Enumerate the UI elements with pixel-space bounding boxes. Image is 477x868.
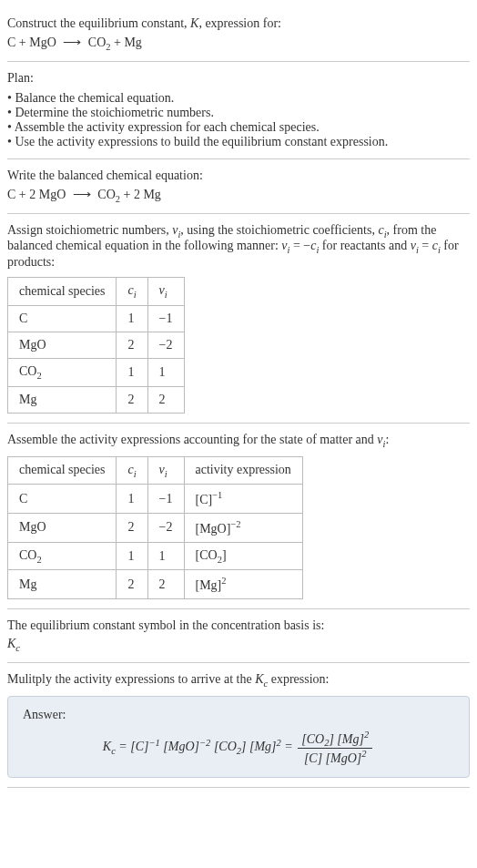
symbol-section: The equilibrium constant symbol in the c…	[7, 609, 470, 663]
cell-species: CO2	[8, 542, 117, 570]
stoich-intro: Assign stoichiometric numbers, νi, using…	[7, 223, 470, 271]
exp: −1	[149, 737, 160, 747]
beq-left: C + 2 MgO	[7, 188, 66, 201]
exp: −1	[212, 490, 222, 500]
cell-nu: 2	[147, 386, 184, 413]
table-row: C 1 −1	[8, 305, 185, 332]
table-row: C 1 −1 [C]−1	[8, 485, 303, 514]
balanced-title: Write the balanced chemical equation:	[7, 168, 470, 183]
cell-c: 2	[117, 386, 147, 413]
eq-left: C + MgO	[7, 36, 56, 49]
intro-text-b: , expression for:	[198, 16, 281, 30]
term: [MgO]	[160, 740, 199, 753]
th-c: ci	[117, 456, 147, 485]
term: [CO	[210, 740, 236, 753]
plan-item: • Balance the chemical equation.	[7, 91, 470, 106]
plan-item: • Assemble the activity expression for e…	[7, 120, 470, 135]
exp: 2	[364, 730, 369, 740]
plan-item: • Determine the stoichiometric numbers.	[7, 106, 470, 120]
plan-item: • Use the activity expressions to build …	[7, 135, 470, 149]
eq-right-a: CO	[88, 36, 106, 49]
table-row: CO2 1 1 [CO2]	[8, 542, 303, 570]
eq: =	[116, 740, 130, 753]
cell-nu: −2	[147, 514, 184, 543]
cell-c: 2	[117, 514, 147, 543]
K: K	[255, 672, 263, 686]
eq: =	[281, 740, 296, 753]
sub: i	[165, 468, 167, 478]
cell-species: MgO	[8, 332, 117, 358]
beq-right-b: + 2 Mg	[120, 188, 161, 201]
eq-right-b: + Mg	[111, 36, 142, 49]
symbol-line: The equilibrium constant symbol in the c…	[7, 618, 470, 633]
txt: [Mg]	[196, 578, 222, 592]
exp: 2	[361, 749, 366, 759]
cell-species: CO2	[8, 358, 117, 386]
txt: ] [Mg]	[329, 731, 364, 745]
table-header-row: chemical species ci νi	[8, 278, 185, 306]
txt: ]	[222, 548, 227, 562]
txt: Assign stoichiometric numbers,	[7, 223, 172, 237]
txt: , using the stoichiometric coefficients,	[180, 223, 378, 237]
sub: i	[134, 468, 137, 478]
answer-label: Answer:	[23, 708, 454, 722]
sub: i	[165, 290, 167, 300]
txt: [CO	[301, 731, 324, 745]
symbol-kc: Kc	[7, 637, 470, 653]
txt: CO	[19, 364, 36, 378]
txt: [C]	[196, 493, 213, 506]
cell-nu: 1	[147, 542, 184, 570]
numerator: [CO2] [Mg]2	[298, 730, 372, 749]
fraction: [CO2] [Mg]2[C] [MgO]2	[298, 730, 372, 766]
txt: Mulitply the activity expressions to arr…	[7, 672, 255, 686]
plan-section: Plan: • Balance the chemical equation. •…	[7, 62, 470, 159]
cell-nu: −2	[147, 332, 184, 358]
balanced-section: Write the balanced chemical equation: C …	[7, 159, 470, 214]
txt: =	[419, 239, 432, 252]
plan-item-text: Use the activity expressions to build th…	[15, 135, 388, 148]
cell-species: Mg	[8, 570, 117, 599]
exp: −2	[230, 519, 240, 529]
txt: expression:	[268, 672, 329, 686]
arrow-icon: ⟶	[73, 187, 91, 202]
th-c: ci	[117, 278, 147, 306]
th-nu: νi	[147, 278, 184, 306]
cell-activity: [C]−1	[184, 485, 302, 514]
denominator: [C] [MgO]2	[298, 749, 372, 766]
txt: [MgO]	[196, 522, 231, 536]
txt: for reactants and	[319, 239, 410, 252]
table-row: Mg 2 2 [Mg]2	[8, 570, 303, 599]
intro-section: Construct the equilibrium constant, K, e…	[7, 7, 470, 62]
cell-activity: [CO2]	[184, 542, 302, 570]
cell-nu: −1	[147, 305, 184, 332]
table-row: Mg 2 2	[8, 386, 185, 413]
kc-expression: Kc = [C]−1 [MgO]−2 [CO2] [Mg]2 = [CO2] […	[23, 730, 454, 766]
cell-c: 2	[117, 570, 147, 599]
final-intro: Mulitply the activity expressions to arr…	[7, 672, 470, 689]
cell-species: Mg	[8, 386, 117, 413]
cell-nu: 2	[147, 570, 184, 599]
cell-c: 1	[117, 358, 147, 386]
activity-intro: Assemble the activity expressions accoun…	[7, 433, 470, 449]
term: ] [Mg]	[241, 740, 277, 753]
cell-nu: 1	[147, 358, 184, 386]
K: K	[103, 740, 111, 753]
plan-item-text: Balance the chemical equation.	[15, 91, 174, 105]
cell-activity: [Mg]2	[184, 570, 302, 599]
unbalanced-equation: C + MgO ⟶ CO2 + Mg	[7, 35, 470, 52]
sub: i	[134, 290, 137, 300]
txt: Assemble the activity expressions accoun…	[7, 433, 377, 446]
table-header-row: chemical species ci νi activity expressi…	[8, 456, 303, 485]
activity-table: chemical species ci νi activity expressi…	[7, 456, 303, 600]
plan-list: • Balance the chemical equation. • Deter…	[7, 91, 470, 149]
th-activity: activity expression	[184, 456, 302, 485]
stoich-table: chemical species ci νi C 1 −1 MgO 2 −2 C…	[7, 277, 185, 414]
txt: CO	[19, 548, 36, 562]
final-section: Mulitply the activity expressions to arr…	[7, 663, 470, 788]
intro-text-a: Construct the equilibrium constant,	[7, 16, 190, 30]
th-species: chemical species	[8, 456, 117, 485]
th-species: chemical species	[8, 278, 117, 306]
table-row: MgO 2 −2 [MgO]−2	[8, 514, 303, 543]
txt: [CO	[196, 548, 218, 562]
term: [C]	[130, 740, 148, 753]
